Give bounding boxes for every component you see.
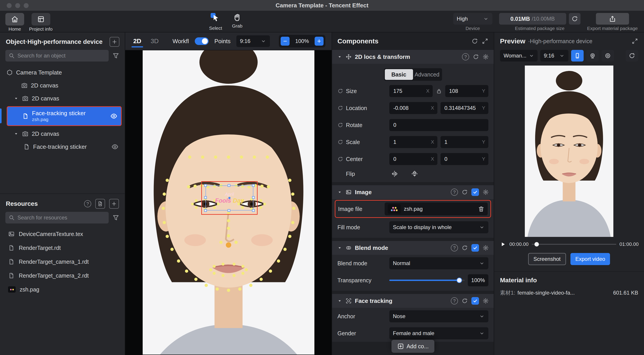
import-resource-button[interactable] bbox=[95, 199, 105, 209]
resource-item[interactable]: RenderTarget_camera_2.rdt bbox=[0, 269, 125, 282]
face-tracking-enabled-checkbox[interactable] bbox=[471, 297, 479, 305]
image-enabled-checkbox[interactable] bbox=[471, 188, 479, 196]
timeline-slider[interactable] bbox=[532, 244, 616, 245]
reset-icon[interactable] bbox=[338, 139, 343, 145]
trash-icon[interactable] bbox=[478, 206, 484, 212]
minimize-button[interactable] bbox=[15, 3, 20, 8]
gear-icon[interactable] bbox=[482, 54, 489, 60]
resource-item[interactable]: zsh.pag bbox=[0, 282, 125, 296]
center-x-input[interactable] bbox=[389, 153, 438, 165]
refresh-preview-button[interactable] bbox=[626, 50, 638, 62]
resource-search-input[interactable] bbox=[18, 214, 106, 221]
preview-ratio-select[interactable]: 9:16 bbox=[540, 50, 568, 62]
location-y-input[interactable] bbox=[440, 102, 488, 114]
screenshot-button[interactable]: Screenshot bbox=[528, 253, 566, 265]
collapse-panel-button[interactable] bbox=[482, 38, 488, 45]
zoom-out-button[interactable]: − bbox=[281, 37, 290, 46]
section-caret-icon[interactable] bbox=[337, 245, 342, 250]
scale-x-input[interactable] bbox=[389, 136, 438, 148]
sticker-selection[interactable]: April Fools Day bbox=[201, 181, 258, 215]
gender-select[interactable]: Female and male bbox=[389, 327, 488, 339]
rotate-input[interactable] bbox=[389, 119, 488, 131]
resize-handle[interactable] bbox=[252, 209, 255, 212]
gear-icon[interactable] bbox=[482, 189, 489, 195]
tree-item-face-tracking-sticker-selected[interactable]: Face-tracking sticker zsh.pag bbox=[7, 106, 122, 126]
canvas-ratio-select[interactable]: 9:16 bbox=[236, 35, 270, 47]
blend-enabled-checkbox[interactable] bbox=[471, 244, 479, 252]
scale-y-input[interactable] bbox=[440, 136, 488, 148]
collapse-preview-button[interactable] bbox=[632, 38, 638, 45]
visibility-eye-icon[interactable] bbox=[110, 113, 118, 120]
reset-icon[interactable] bbox=[462, 189, 468, 195]
project-info-button[interactable]: Project info bbox=[29, 13, 52, 32]
webcam-preview-button[interactable] bbox=[586, 50, 599, 62]
tree-item-face-tracking-sticker-2[interactable]: Face-tracking sticker bbox=[0, 140, 125, 153]
add-component-button[interactable]: Add co... bbox=[391, 340, 434, 353]
resize-handle[interactable] bbox=[204, 196, 207, 199]
blend-mode-select[interactable]: Normal bbox=[389, 257, 488, 269]
close-button[interactable] bbox=[7, 3, 12, 8]
object-search-input[interactable] bbox=[18, 53, 106, 59]
resize-handle[interactable] bbox=[204, 209, 207, 212]
refresh-package-button[interactable] bbox=[569, 13, 580, 25]
help-icon[interactable]: ? bbox=[451, 189, 458, 196]
tab-advanced[interactable]: Advanced bbox=[413, 69, 441, 80]
reset-icon[interactable] bbox=[338, 122, 343, 128]
image-section-header[interactable]: Image ? bbox=[332, 185, 494, 199]
export-package-button[interactable] bbox=[596, 13, 629, 25]
reset-icon[interactable] bbox=[462, 245, 468, 251]
transform-section-header[interactable]: 2D locs & transform ? bbox=[332, 50, 494, 64]
reset-icon[interactable] bbox=[338, 88, 343, 94]
validate-components-button[interactable] bbox=[471, 38, 478, 45]
help-icon[interactable]: ? bbox=[462, 53, 469, 60]
help-icon[interactable]: ? bbox=[451, 244, 458, 251]
play-icon[interactable] bbox=[500, 241, 506, 248]
slider-thumb[interactable] bbox=[456, 278, 462, 283]
tree-item-2d-canvas-2[interactable]: 2D canvas bbox=[0, 92, 125, 105]
resize-handle[interactable] bbox=[228, 209, 230, 212]
filter-icon[interactable] bbox=[112, 52, 120, 59]
workflow-toggle[interactable] bbox=[195, 37, 209, 45]
resize-handle[interactable] bbox=[204, 184, 207, 187]
reset-icon[interactable] bbox=[338, 156, 343, 162]
zoom-window-button[interactable] bbox=[24, 3, 28, 8]
filter-icon[interactable] bbox=[112, 214, 120, 221]
tab-2d[interactable]: 2D bbox=[132, 34, 143, 49]
gear-icon[interactable] bbox=[482, 245, 489, 251]
section-caret-icon[interactable] bbox=[337, 54, 342, 60]
add-resource-button[interactable] bbox=[109, 199, 119, 209]
resource-item[interactable]: RenderTarget_camera_1.rdt bbox=[0, 255, 125, 269]
tab-3d[interactable]: 3D bbox=[149, 34, 160, 49]
resize-handle[interactable] bbox=[228, 184, 230, 187]
anchor-select[interactable]: Nose bbox=[389, 310, 488, 322]
select-tool-button[interactable]: Select bbox=[209, 13, 222, 31]
blend-section-header[interactable]: Blend mode ? bbox=[332, 241, 494, 255]
grab-tool-button[interactable]: Grab bbox=[232, 13, 242, 31]
help-icon[interactable]: ? bbox=[84, 200, 91, 207]
flip-vertical-icon[interactable] bbox=[411, 170, 418, 178]
flip-horizontal-icon[interactable] bbox=[391, 170, 398, 178]
help-icon[interactable]: ? bbox=[451, 297, 458, 304]
canvas-viewport[interactable]: April Fools Day bbox=[125, 50, 332, 354]
center-y-input[interactable] bbox=[440, 153, 488, 165]
tree-item-2d-canvas-3[interactable]: 2D canvas bbox=[0, 127, 125, 140]
transparency-slider[interactable] bbox=[389, 280, 465, 281]
location-x-input[interactable] bbox=[389, 102, 438, 114]
resource-item[interactable]: RenderTarget.rdt bbox=[0, 241, 125, 255]
canvas-photo[interactable]: April Fools Day bbox=[143, 50, 314, 354]
resize-handle[interactable] bbox=[252, 196, 255, 199]
tree-caret-icon[interactable] bbox=[14, 96, 19, 101]
gear-icon[interactable] bbox=[482, 298, 489, 304]
resize-handle[interactable] bbox=[252, 184, 255, 187]
section-caret-icon[interactable] bbox=[337, 298, 342, 303]
zoom-in-button[interactable]: + bbox=[314, 37, 324, 46]
preview-model-select[interactable]: Woman... bbox=[500, 50, 538, 62]
device-quality-select[interactable]: High bbox=[453, 13, 492, 25]
image-file-field[interactable]: zsh.pag bbox=[384, 202, 488, 215]
tree-item-camera-template[interactable]: Camera Template bbox=[0, 66, 125, 79]
lock-icon[interactable] bbox=[436, 88, 442, 94]
reset-icon[interactable] bbox=[473, 54, 479, 60]
home-button[interactable]: Home bbox=[5, 13, 24, 32]
timeline-thumb[interactable] bbox=[534, 242, 539, 246]
fill-mode-select[interactable]: Scale to display in whole bbox=[389, 221, 488, 233]
